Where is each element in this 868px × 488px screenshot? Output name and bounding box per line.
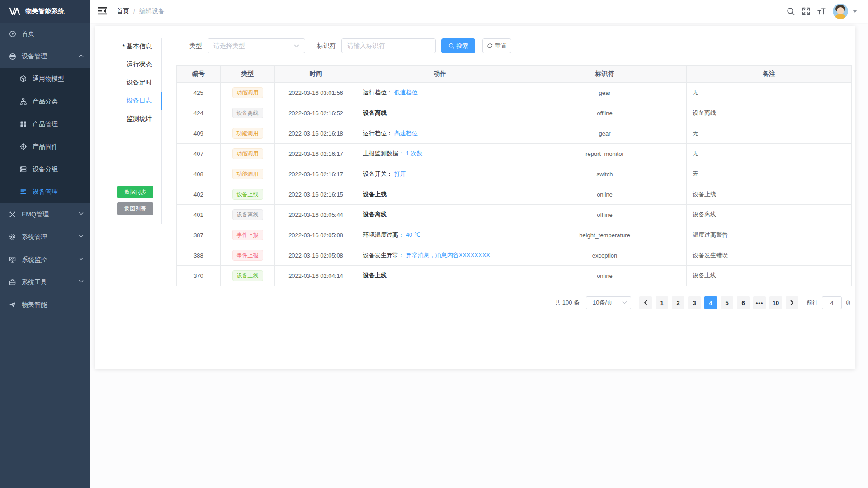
sidebar-item-monitor-icon[interactable]: 系统监控 <box>0 249 90 271</box>
cell-type: 功能调用 <box>221 144 275 164</box>
sidebar-item-device-globe-icon[interactable]: 设备管理 <box>0 45 90 68</box>
chevron-down-icon <box>79 257 84 263</box>
topbar: 首页 / 编辑设备 <box>90 0 868 23</box>
action-label: 设备离线 <box>363 211 387 218</box>
cell-remark: 无 <box>687 164 852 184</box>
table-row: 370设备上线2022-03-16 02:04:14设备上线online设备上线 <box>177 266 852 286</box>
cell-identifier: report_monitor <box>523 144 687 164</box>
table-row: 408功能调用2022-03-16 02:16:17设备开关： 打开switch… <box>177 164 852 184</box>
action-link[interactable]: 高速档位 <box>394 130 418 136</box>
reset-button[interactable]: 重置 <box>482 38 511 53</box>
cell-identifier: online <box>523 266 687 286</box>
sidebar-item-gear-icon[interactable]: 系统管理 <box>0 226 90 249</box>
font-size-icon[interactable] <box>817 7 826 15</box>
total-count: 共 100 条 <box>555 299 580 307</box>
cell-id: 425 <box>177 83 221 103</box>
sidebar-item-label: 设备管理 <box>22 52 47 61</box>
back-to-list-button[interactable]: 返回列表 <box>117 202 153 215</box>
page-size-select[interactable]: 10条/页 <box>586 296 631 309</box>
goto-unit: 页 <box>845 299 851 307</box>
tab-设备定时[interactable]: 设备定时 <box>95 74 161 92</box>
cell-time: 2022-03-16 02:16:17 <box>275 144 357 164</box>
cell-time: 2022-03-16 02:16:52 <box>275 103 357 123</box>
next-page-button[interactable] <box>786 296 798 309</box>
cell-identifier: switch <box>523 164 687 184</box>
chevron-down-icon <box>294 44 299 48</box>
sidebar-item-paper-plane-icon[interactable]: 物美智能 <box>0 294 90 316</box>
app-logo[interactable]: 物美智能系统 <box>0 0 90 23</box>
sidebar-item-share-icon[interactable]: EMQ管理 <box>0 203 90 226</box>
column-header: 备注 <box>687 66 852 83</box>
caret-down-icon[interactable] <box>853 10 857 13</box>
sidebar-item-cube-icon[interactable]: 通用物模型 <box>0 68 90 90</box>
table-row: 425功能调用2022-03-16 03:01:56运行档位： 低速档位gear… <box>177 83 852 103</box>
tab-label: 设备定时 <box>127 79 152 87</box>
sidebar-item-firmware-icon[interactable]: 产品固件 <box>0 136 90 158</box>
cell-action: 设备开关： 打开 <box>357 164 523 184</box>
tab-设备日志[interactable]: 设备日志 <box>95 92 161 110</box>
type-select-placeholder: 请选择类型 <box>213 42 245 50</box>
avatar-shirt <box>835 14 846 19</box>
sidebar-item-label: 产品管理 <box>33 120 58 128</box>
action-label: 设备离线 <box>363 109 387 116</box>
sidebar-fold-icon[interactable] <box>98 7 108 15</box>
goto-page-input[interactable]: 4 <box>822 296 842 309</box>
page-button-10[interactable]: 10 <box>769 296 782 309</box>
type-tag: 设备离线 <box>232 209 263 220</box>
navbar-right <box>787 4 868 19</box>
page-button-4[interactable]: 4 <box>704 296 717 309</box>
avatar-face <box>837 7 844 14</box>
breadcrumb-home[interactable]: 首页 <box>117 7 129 15</box>
action-link[interactable]: 打开 <box>394 170 406 177</box>
page-button-3[interactable]: 3 <box>688 296 701 309</box>
cell-remark: 设备上线 <box>687 184 852 205</box>
sidebar-item-label: 首页 <box>22 30 34 38</box>
sidebar-item-grid-icon[interactable]: 产品管理 <box>0 113 90 136</box>
search-icon[interactable] <box>787 7 795 15</box>
cell-remark: 无 <box>687 144 852 164</box>
search-button[interactable]: 搜索 <box>441 38 475 53</box>
action-link[interactable]: 1 次数 <box>406 150 423 157</box>
tab-基本信息[interactable]: *基本信息 <box>95 38 161 56</box>
cell-identifier: offline <box>523 205 687 225</box>
sidebar-item-label: 物美智能 <box>22 301 47 309</box>
fullscreen-icon[interactable] <box>802 7 810 15</box>
more-pages-button[interactable]: ••• <box>753 296 766 309</box>
sidebar-item-tree-icon[interactable]: 产品分类 <box>0 90 90 113</box>
identifier-input[interactable]: 请输入标识符 <box>341 38 436 53</box>
sidebar-item-label: 产品分类 <box>33 98 58 106</box>
type-select[interactable]: 请选择类型 <box>208 38 305 53</box>
pagination: 共 100 条10条/页123456•••10前往4页 <box>555 296 851 309</box>
action-link[interactable]: 低速档位 <box>394 89 418 96</box>
tab-运行状态[interactable]: 运行状态 <box>95 56 161 74</box>
cell-type: 功能调用 <box>221 83 275 103</box>
sidebar-item-label: 系统工具 <box>22 278 47 286</box>
page-button-6[interactable]: 6 <box>737 296 750 309</box>
type-tag: 功能调用 <box>232 169 263 179</box>
device-log-table: 编号类型时间动作标识符备注 425功能调用2022-03-16 03:01:56… <box>176 65 852 286</box>
cell-action: 设备离线 <box>357 103 523 123</box>
sidebar-item-bars-icon[interactable]: 设备管理 <box>0 181 90 203</box>
sidebar-item-label: 系统监控 <box>22 256 47 264</box>
cell-action: 运行档位： 高速档位 <box>357 123 523 144</box>
page-button-2[interactable]: 2 <box>672 296 684 309</box>
page-button-1[interactable]: 1 <box>656 296 668 309</box>
sidebar-menu: 首页设备管理通用物模型产品分类产品管理产品固件设备分组设备管理EMQ管理系统管理… <box>0 23 90 316</box>
action-label: 设备开关： <box>363 170 392 177</box>
action-link[interactable]: 40 ℃ <box>406 231 421 238</box>
page-button-5[interactable]: 5 <box>721 296 733 309</box>
avatar[interactable] <box>833 4 848 19</box>
sidebar-item-dashboard-icon[interactable]: 首页 <box>0 23 90 45</box>
sidebar-item-toolbox-icon[interactable]: 系统工具 <box>0 271 90 294</box>
data-sync-button[interactable]: 数据同步 <box>117 186 153 198</box>
required-mark: * <box>123 43 125 50</box>
cell-type: 功能调用 <box>221 123 275 144</box>
prev-page-button[interactable] <box>639 296 652 309</box>
main-content: *基本信息运行状态设备定时设备日志监测统计 数据同步 返回列表 类型 请选择类型… <box>90 23 868 488</box>
action-link[interactable]: 异常消息，消息内容XXXXXXXX <box>406 252 490 258</box>
table-header-row: 编号类型时间动作标识符备注 <box>177 66 852 83</box>
action-label: 上报监测数据： <box>363 150 404 157</box>
sidebar-item-group-icon[interactable]: 设备分组 <box>0 158 90 181</box>
tab-监测统计[interactable]: 监测统计 <box>95 110 161 128</box>
type-tag: 事件上报 <box>232 250 263 261</box>
